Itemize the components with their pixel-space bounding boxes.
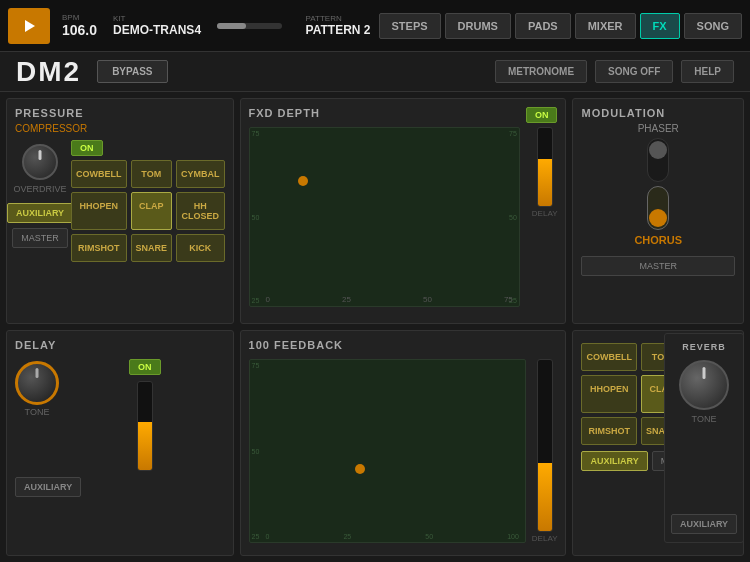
bpm-section: BPM 106.0	[62, 13, 97, 38]
overdrive-knob[interactable]	[22, 144, 58, 180]
reverb-tone-label: TONE	[692, 414, 717, 424]
fxdepth-xaxis: 0 25 50 75	[266, 295, 513, 304]
pressure-drum-pads: COWBELL TOM CYMBAL HHOPEN CLAP HH CLOSED…	[71, 160, 225, 262]
feedback-graph: 75 50 25 0 25 50 100	[249, 359, 526, 543]
master-btn-modulation[interactable]: MASTER	[581, 256, 735, 276]
pad-rimshot-pressure[interactable]: RIMSHOT	[71, 234, 127, 262]
pattern-label: PATTERN	[306, 14, 371, 23]
chorus-toggle-thumb	[649, 209, 667, 227]
pad-hhopen-pressure[interactable]: HHOPEN	[71, 192, 127, 230]
fxdepth-fader[interactable]	[537, 127, 553, 207]
delay-auxiliary-btn[interactable]: AUXILIARY	[15, 477, 81, 497]
pattern-section: PATTERN PATTERN 2	[306, 14, 371, 37]
auxiliary-btn-pressure[interactable]: AUXILIARY	[7, 203, 73, 223]
kit-label: KIT	[113, 14, 201, 23]
pad-clap-pressure[interactable]: CLAP	[131, 192, 173, 230]
nav-fx[interactable]: FX	[640, 13, 680, 39]
fxdepth-delay-label: DELAY	[532, 209, 558, 218]
nav-buttons: STEPS DRUMS PADS MIXER FX SONG	[379, 13, 742, 39]
nav-song[interactable]: SONG	[684, 13, 742, 39]
pressure-subtitle: COMPRESSOR	[15, 123, 225, 134]
fxdepth-yaxis-right: 75 50 25	[509, 128, 517, 306]
delay-inner: TONE ON	[15, 359, 225, 471]
pad-cowbell-reverb[interactable]: COWBELL	[581, 343, 637, 371]
pad-hhclosed-pressure[interactable]: HH CLOSED	[176, 192, 225, 230]
master-btn-pressure[interactable]: MASTER	[12, 228, 68, 248]
nav-steps[interactable]: STEPS	[379, 13, 441, 39]
nav-pads[interactable]: PADS	[515, 13, 571, 39]
song-off-button[interactable]: SONG OFF	[595, 60, 673, 83]
feedback-fader[interactable]	[537, 359, 553, 532]
nav-drums[interactable]: DRUMS	[445, 13, 511, 39]
pad-cymbal-pressure[interactable]: CYMBAL	[176, 160, 225, 188]
phaser-label: PHASER	[581, 123, 735, 134]
title-bar: DM2 BYPASS METRONOME SONG OFF HELP	[0, 52, 750, 92]
kit-value: DEMO-TRANS4	[113, 23, 201, 37]
chorus-section: CHORUS	[581, 234, 735, 246]
chorus-toggle[interactable]	[647, 186, 669, 230]
pressure-title: PRESSURE	[15, 107, 225, 119]
reverb-panel: REVERB TONE AUXILIARY	[664, 333, 744, 543]
feedback-panel: 100 FEEDBACK 75 50 25 0 25 50 100	[240, 330, 567, 556]
bpm-value: 106.0	[62, 22, 97, 38]
fxdepth-graph: 75 50 25 75 50 25 0 25 50 75	[249, 127, 520, 307]
feedback-fader-container: DELAY	[532, 359, 558, 543]
play-button[interactable]	[8, 8, 50, 44]
bpm-label: BPM	[62, 13, 79, 22]
pressure-left: OVERDRIVE AUXILIARY MASTER	[15, 140, 65, 262]
pad-cowbell-pressure[interactable]: COWBELL	[71, 160, 127, 188]
pattern-value: PATTERN 2	[306, 23, 371, 37]
delay-tone-knob[interactable]	[15, 361, 59, 405]
pressure-panel: PRESSURE COMPRESSOR OVERDRIVE AUXILIARY …	[6, 98, 234, 324]
modulation-title: MODULATION	[581, 107, 735, 119]
help-button[interactable]: HELP	[681, 60, 734, 83]
main-content: PRESSURE COMPRESSOR OVERDRIVE AUXILIARY …	[0, 92, 750, 562]
pad-kick-pressure[interactable]: KICK	[176, 234, 225, 262]
fxdepth-title: FXD DEPTH	[249, 107, 320, 119]
feedback-yaxis: 75 50 25	[252, 360, 260, 542]
fxdepth-yaxis: 75 50 25	[252, 128, 260, 306]
modulation-panel: MODULATION PHASER CHORUS MASTER	[572, 98, 744, 324]
pad-hhopen-reverb[interactable]: HHOPEN	[581, 375, 637, 413]
delay-title: DELAY	[15, 339, 56, 351]
delay-tone-label: TONE	[25, 407, 50, 417]
metronome-button[interactable]: METRONOME	[495, 60, 587, 83]
bypass-button[interactable]: BYPASS	[97, 60, 167, 83]
svg-marker-0	[25, 20, 35, 32]
phaser-toggle-thumb	[649, 141, 667, 159]
feedback-title: 100 FEEDBACK	[249, 339, 344, 351]
reverb-title: REVERB	[682, 342, 726, 352]
reverb-auxiliary-right-btn[interactable]: AUXILIARY	[671, 514, 737, 534]
pad-tom-pressure[interactable]: TOM	[131, 160, 173, 188]
nav-mixer[interactable]: MIXER	[575, 13, 636, 39]
delay-on-btn[interactable]: ON	[129, 359, 161, 375]
delay-panel: DELAY TONE ON AUXILIARY	[6, 330, 234, 556]
feedback-delay-label: DELAY	[532, 534, 558, 543]
fxdepth-panel: FXD DEPTH ON 75 50 25 75 50 25 0 25	[240, 98, 567, 324]
pad-rimshot-reverb[interactable]: RIMSHOT	[581, 417, 637, 445]
pressure-on-btn[interactable]: ON	[71, 140, 103, 156]
reverb-tone-knob[interactable]	[679, 360, 729, 410]
bpm-slider[interactable]	[217, 23, 282, 29]
overdrive-label: OVERDRIVE	[14, 184, 67, 194]
feedback-xaxis: 0 25 50 100	[266, 533, 519, 540]
top-bar: BPM 106.0 KIT DEMO-TRANS4 PATTERN PATTER…	[0, 0, 750, 52]
phaser-toggle[interactable]	[647, 138, 669, 182]
pad-snare-pressure[interactable]: SNARE	[131, 234, 173, 262]
feedback-dot[interactable]	[355, 464, 365, 474]
fxdepth-fader-container: DELAY	[532, 127, 558, 307]
fxdepth-dot[interactable]	[298, 176, 308, 186]
delay-fader[interactable]	[137, 381, 153, 471]
phaser-section: PHASER	[581, 123, 735, 134]
reverb-auxiliary-btn[interactable]: AUXILIARY	[581, 451, 647, 471]
delay-action-btns: AUXILIARY	[15, 477, 225, 497]
chorus-label: CHORUS	[581, 234, 735, 246]
kit-section: KIT DEMO-TRANS4	[113, 14, 201, 37]
pressure-pads-section: ON COWBELL TOM CYMBAL HHOPEN CLAP HH CLO…	[71, 140, 225, 262]
feedback-inner: 75 50 25 0 25 50 100 DELAY	[249, 359, 558, 543]
title-right-buttons: METRONOME SONG OFF HELP	[495, 60, 734, 83]
app-title: DM2	[16, 56, 81, 88]
fxdepth-on-btn[interactable]: ON	[526, 107, 558, 123]
